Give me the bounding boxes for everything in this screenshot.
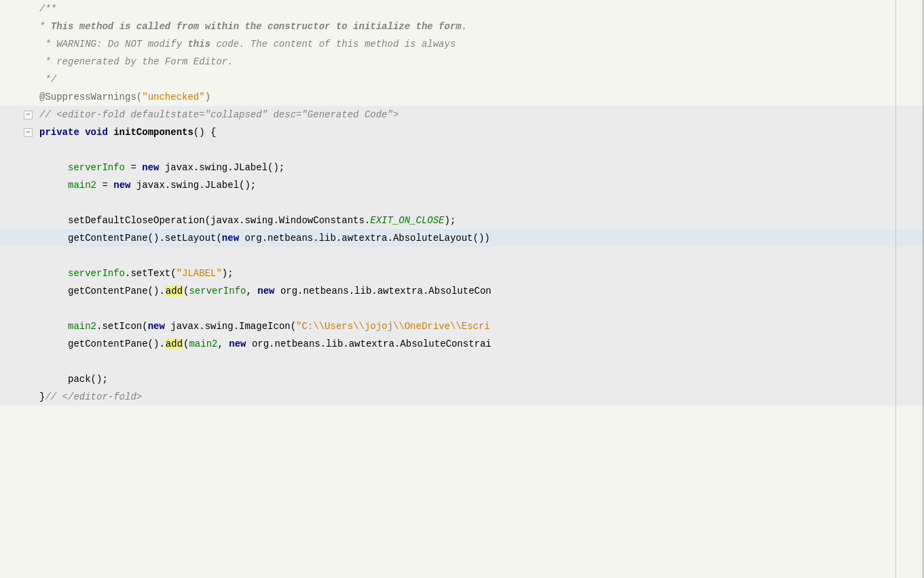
right-guide-line xyxy=(895,0,896,578)
gutter-4 xyxy=(0,53,34,71)
code-line-17: getContentPane().add(serverInfo, new org… xyxy=(0,282,924,300)
right-guide-line-2 xyxy=(923,0,923,578)
code-text-13: setDefaultCloseOperation(javax.swing.Win… xyxy=(34,212,456,229)
code-text-23: }// </editor-fold> xyxy=(34,388,142,406)
code-text-16: serverInfo.setText("JLABEL"); xyxy=(34,265,234,282)
code-line-8: − private void initComponents() { xyxy=(0,123,924,141)
code-line-13: setDefaultCloseOperation(javax.swing.Win… xyxy=(0,212,924,229)
gutter-2 xyxy=(0,18,34,35)
code-text-11: main2 = new javax.swing.JLabel(); xyxy=(34,176,256,194)
code-text-2: * This method is called from within the … xyxy=(34,18,467,35)
gutter-8: − xyxy=(0,123,34,141)
gutter-5 xyxy=(0,71,34,88)
code-line-19: main2.setIcon(new javax.swing.ImageIcon(… xyxy=(0,317,924,335)
code-line-2: * This method is called from within the … xyxy=(0,18,924,35)
code-text-20: getContentPane().add(main2, new org.netb… xyxy=(34,335,492,353)
code-editor[interactable]: /** * This method is called from within … xyxy=(0,0,924,578)
code-line-15 xyxy=(0,247,924,265)
code-text-14: getContentPane().setLayout(new org.netbe… xyxy=(34,229,490,247)
code-text-6: @SuppressWarnings("unchecked") xyxy=(34,88,210,106)
code-line-4: * regenerated by the Form Editor. xyxy=(0,53,924,71)
code-line-5: */ xyxy=(0,71,924,88)
code-line-12 xyxy=(0,194,924,212)
code-line-14: getContentPane().setLayout(new org.netbe… xyxy=(0,229,924,247)
code-line-10: serverInfo = new javax.swing.JLabel(); xyxy=(0,159,924,176)
gutter-13 xyxy=(0,212,34,229)
fold-button-7[interactable]: − xyxy=(24,111,33,119)
code-text-4: * regenerated by the Form Editor. xyxy=(34,53,234,71)
code-line-9 xyxy=(0,141,924,159)
gutter-9 xyxy=(0,141,34,159)
code-line-6: @SuppressWarnings("unchecked") xyxy=(0,88,924,106)
gutter-22 xyxy=(0,370,34,388)
code-text-17: getContentPane().add(serverInfo, new org… xyxy=(34,282,492,300)
code-line-7: − // <editor-fold defaultstate="collapse… xyxy=(0,106,924,123)
code-text-9 xyxy=(34,141,45,159)
code-line-20: getContentPane().add(main2, new org.netb… xyxy=(0,335,924,353)
gutter-7: − xyxy=(0,106,34,123)
code-line-3: * WARNING: Do NOT modify this code. The … xyxy=(0,35,924,53)
gutter-15 xyxy=(0,247,34,265)
gutter-19 xyxy=(0,317,34,335)
code-text-18 xyxy=(34,300,45,317)
gutter-11 xyxy=(0,176,34,194)
code-text-5: */ xyxy=(34,71,56,88)
gutter-14 xyxy=(0,229,34,247)
code-line-21 xyxy=(0,353,924,370)
code-line-11: main2 = new javax.swing.JLabel(); xyxy=(0,176,924,194)
gutter-21 xyxy=(0,353,34,370)
code-line-16: serverInfo.setText("JLABEL"); xyxy=(0,265,924,282)
code-text-22: pack(); xyxy=(34,370,108,388)
code-text-7: // <editor-fold defaultstate="collapsed"… xyxy=(34,106,399,123)
gutter-20 xyxy=(0,335,34,353)
code-line-22: pack(); xyxy=(0,370,924,388)
gutter-10 xyxy=(0,159,34,176)
code-line-23: }// </editor-fold> xyxy=(0,388,924,406)
code-text-10: serverInfo = new javax.swing.JLabel(); xyxy=(34,159,284,176)
code-line-1: /** xyxy=(0,0,924,18)
code-text-12 xyxy=(34,194,45,212)
code-text-15 xyxy=(34,247,45,265)
code-text-8: private void initComponents() { xyxy=(34,123,216,141)
code-text-19: main2.setIcon(new javax.swing.ImageIcon(… xyxy=(34,317,490,335)
editor-container: /** * This method is called from within … xyxy=(0,0,924,578)
code-text-21 xyxy=(34,353,45,370)
gutter-16 xyxy=(0,265,34,282)
gutter-17 xyxy=(0,282,34,300)
fold-button-8[interactable]: − xyxy=(24,128,33,137)
gutter-6 xyxy=(0,88,34,106)
code-text-3: * WARNING: Do NOT modify this code. The … xyxy=(34,35,456,53)
code-text-1: /** xyxy=(34,0,56,18)
gutter-18 xyxy=(0,300,34,317)
gutter-12 xyxy=(0,194,34,212)
code-line-18 xyxy=(0,300,924,317)
gutter-3 xyxy=(0,35,34,53)
gutter-1 xyxy=(0,0,34,18)
gutter-23 xyxy=(0,388,34,406)
